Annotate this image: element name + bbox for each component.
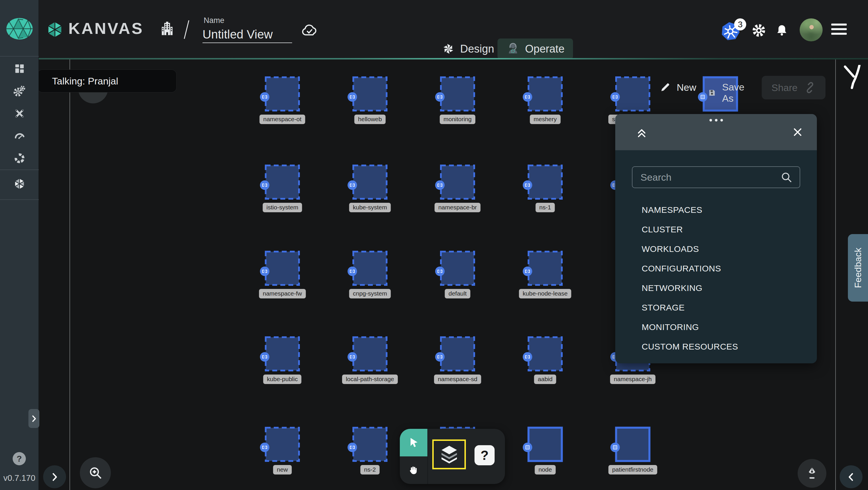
node-connection-handle[interactable] <box>347 180 357 190</box>
share-button[interactable]: Share <box>762 76 826 99</box>
sidebar-item-mesh[interactable] <box>0 147 39 170</box>
sidebar-item-gauge[interactable] <box>0 125 39 147</box>
hamburger-menu-icon[interactable] <box>831 24 847 35</box>
notification-bell-icon[interactable] <box>775 23 789 38</box>
node-connection-handle[interactable] <box>260 442 270 452</box>
dock-search <box>632 166 800 188</box>
canvas-namespace-new[interactable]: new <box>265 427 300 462</box>
sidebar-item-kanvas[interactable] <box>0 175 39 193</box>
dock-category-storage[interactable]: STORAGE <box>615 298 817 317</box>
node-connection-handle[interactable] <box>435 92 445 102</box>
canvas-namespace-kube-system[interactable]: kube-system <box>352 164 388 200</box>
dock-category-workloads[interactable]: WORKLOADS <box>615 239 817 259</box>
sidebar-item-gears[interactable] <box>0 80 39 102</box>
node-connection-handle[interactable] <box>523 352 532 362</box>
canvas-namespace-istio-system[interactable]: istio-system <box>265 164 300 200</box>
node-connection-handle[interactable] <box>347 442 357 452</box>
canvas-namespace-meshery[interactable]: meshery <box>527 76 563 112</box>
expand-left-dock-button[interactable] <box>43 465 66 488</box>
tab-operate[interactable]: Operate <box>497 38 573 59</box>
drag-handle-dots-icon[interactable] <box>615 118 817 123</box>
node-connection-handle[interactable] <box>435 267 445 276</box>
search-input[interactable] <box>632 172 780 183</box>
dock-category-custom-resources[interactable]: CUSTOM RESOURCES <box>615 337 817 357</box>
node-label: kube-system <box>349 203 391 212</box>
canvas-namespace-namespace-fw[interactable]: namespace-fw <box>265 250 300 286</box>
feedback-tab[interactable]: Feedback <box>848 234 868 302</box>
namespace-glyph-icon <box>437 95 442 98</box>
node-connection-handle[interactable] <box>260 180 270 190</box>
context-count-badge[interactable]: 3 <box>734 19 746 30</box>
dock-header[interactable] <box>615 114 817 150</box>
namespace-square <box>265 164 300 200</box>
canvas-namespace-namespace-br[interactable]: namespace-br <box>440 164 475 200</box>
node-connection-handle[interactable] <box>435 352 445 362</box>
canvas-namespace-kube-node-lease[interactable]: kube-node-lease <box>527 250 563 286</box>
canvas-namespace-local-path-storage[interactable]: local-path-storage <box>352 336 388 372</box>
canvas-namespace-aabid[interactable]: aabid <box>527 336 563 372</box>
dock-category-cluster[interactable]: CLUSTER <box>615 220 817 239</box>
new-button[interactable]: New <box>659 82 696 93</box>
sidebar-item-dashboard[interactable] <box>0 57 39 80</box>
node-connection-handle[interactable] <box>523 267 532 276</box>
help-button[interactable]: ? <box>13 452 26 465</box>
canvas-node-patientfirstnode[interactable]: patientfirstnode <box>615 427 651 462</box>
toolbar-help-button[interactable]: ? <box>474 445 495 465</box>
canvas-namespace-ns-2[interactable]: ns-2 <box>352 427 388 462</box>
node-connection-handle[interactable] <box>523 180 532 190</box>
user-avatar[interactable] <box>800 19 823 41</box>
canvas-namespace-monitoring[interactable]: monitoring <box>440 76 475 112</box>
layers-tool-button-highlighted[interactable] <box>432 439 466 469</box>
dock-category-networking[interactable]: NETWORKING <box>615 278 817 298</box>
namespace-glyph-icon <box>262 184 267 187</box>
pen-nib-icon <box>804 466 820 481</box>
namespace-glyph-icon <box>262 446 267 449</box>
version-label: v0.7.170 <box>0 473 39 483</box>
canvas-namespace-s[interactable]: s <box>615 76 651 112</box>
gear-icon[interactable] <box>751 23 766 38</box>
zoom-in-button[interactable] <box>80 457 111 488</box>
canvas-namespace-namespace-sd[interactable]: namespace-sd <box>440 336 475 372</box>
node-connection-handle[interactable] <box>610 442 620 452</box>
kanvas-brand-icon <box>45 20 64 39</box>
node-connection-handle[interactable] <box>347 92 357 102</box>
sidebar-item-tools[interactable] <box>0 102 39 125</box>
node-connection-handle[interactable] <box>523 442 532 452</box>
sidebar-expand-handle[interactable] <box>28 409 39 428</box>
pan-tool-button[interactable] <box>400 456 427 484</box>
canvas-namespace-default[interactable]: default <box>440 250 475 286</box>
select-tool-button[interactable] <box>400 429 427 456</box>
chevron-right-icon <box>30 414 38 423</box>
node-connection-handle[interactable] <box>347 267 357 276</box>
view-name-input[interactable] <box>203 26 292 43</box>
node-connection-handle[interactable] <box>610 92 620 102</box>
node-connection-handle[interactable] <box>698 92 707 102</box>
layers-icon <box>438 442 460 466</box>
new-button-label: New <box>677 82 696 93</box>
node-connection-handle[interactable] <box>260 352 270 362</box>
node-connection-handle[interactable] <box>523 92 532 102</box>
close-icon[interactable] <box>792 127 803 137</box>
node-connection-handle[interactable] <box>260 92 270 102</box>
search-icon[interactable] <box>780 171 793 184</box>
cursor-arrow-icon <box>407 436 420 449</box>
namespace-glyph-icon <box>437 270 442 273</box>
tab-design[interactable]: Design <box>433 38 503 59</box>
canvas-namespace-helloweb[interactable]: helloweb <box>352 76 388 112</box>
canvas-namespace-kube-public[interactable]: kube-public <box>265 336 300 372</box>
organization-building-icon[interactable] <box>159 20 176 38</box>
expand-panel-icon[interactable] <box>636 127 648 139</box>
save-as-button[interactable]: Save As <box>708 82 748 104</box>
canvas-namespace-namespace-ot[interactable]: namespace-ot <box>265 76 300 112</box>
node-connection-handle[interactable] <box>260 267 270 276</box>
annotate-pen-button[interactable] <box>798 459 826 488</box>
dock-category-namespaces[interactable]: NAMESPACES <box>615 200 817 220</box>
dock-category-configurations[interactable]: CONFIGURATIONS <box>615 259 817 278</box>
dock-category-monitoring[interactable]: MONITORING <box>615 317 817 337</box>
node-connection-handle[interactable] <box>347 352 357 362</box>
collapse-right-dock-button[interactable] <box>840 465 863 488</box>
canvas-namespace-ns-1[interactable]: ns-1 <box>527 164 563 200</box>
canvas-node-node[interactable]: node <box>527 427 563 462</box>
node-connection-handle[interactable] <box>435 180 445 190</box>
canvas-namespace-cnpg-system[interactable]: cnpg-system <box>352 250 388 286</box>
